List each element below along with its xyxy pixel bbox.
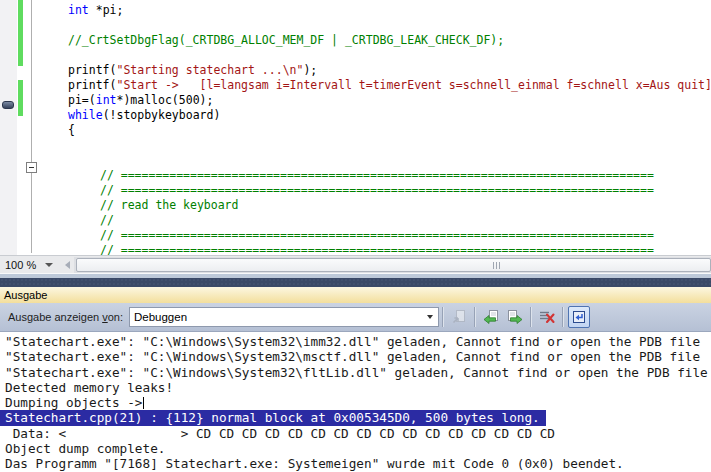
toggle-word-wrap-icon	[571, 309, 587, 325]
code-line[interactable]: {	[0, 123, 711, 138]
code-line[interactable]: pi=(int*)malloc(500);	[0, 93, 711, 108]
output-line[interactable]: Detected memory leaks!	[0, 380, 711, 395]
goto-source-icon	[451, 309, 467, 325]
text-caret	[143, 397, 144, 409]
previous-message-icon	[483, 309, 499, 325]
toolbar-separator	[530, 307, 532, 327]
chevron-down-icon	[45, 263, 53, 267]
horizontal-scrollbar[interactable]	[74, 257, 711, 273]
previous-message-button[interactable]	[480, 306, 502, 328]
output-text-area[interactable]: "Statechart.exe": "C:\Windows\System32\i…	[0, 332, 711, 472]
zoom-level-select[interactable]: 100 %	[0, 259, 61, 271]
vs-ide-window: int *pi;//_CrtSetDbgFlag(_CRTDBG_ALLOC_M…	[0, 0, 711, 472]
code-line[interactable]	[0, 153, 711, 168]
output-line[interactable]: "Statechart.exe": "C:\Windows\System32\m…	[0, 349, 711, 364]
toggle-word-wrap-button[interactable]	[568, 306, 590, 328]
output-line[interactable]: Data: < > CD CD CD CD CD CD CD CD CD CD …	[0, 426, 711, 441]
next-message-icon	[507, 309, 523, 325]
show-output-from-label: Ausgabe anzeigen von:	[8, 311, 123, 323]
code-line[interactable]: //_CrtSetDbgFlag(_CRTDBG_ALLOC_MEM_DF | …	[0, 33, 711, 48]
next-message-button[interactable]	[504, 306, 526, 328]
output-line-highlighted[interactable]: Statechart.cpp(21) : {112} normal block …	[0, 410, 546, 425]
output-source-combobox[interactable]: Debuggen	[129, 307, 439, 327]
output-toolbar: Ausgabe anzeigen von: Debuggen	[0, 303, 711, 332]
code-line[interactable]: int *pi;	[0, 3, 711, 18]
goto-source-button	[448, 306, 470, 328]
code-line[interactable]: printf("Start -> [l=langsam i=Intervall …	[0, 78, 711, 93]
scrollbar-thumb[interactable]	[76, 258, 711, 272]
editor-bottom-bar: 100 %	[0, 255, 711, 273]
code-line[interactable]: // =====================================…	[0, 243, 711, 255]
code-line[interactable]: // =====================================…	[0, 183, 711, 198]
output-line[interactable]: Dumping objects ->	[0, 395, 711, 410]
toolbar-separator	[562, 307, 564, 327]
code-line[interactable]	[0, 18, 711, 33]
code-line[interactable]: while(!stopbykeyboard)	[0, 108, 711, 123]
clear-all-button[interactable]	[536, 306, 558, 328]
chevron-down-icon	[427, 315, 433, 319]
code-line[interactable]: // =====================================…	[0, 168, 711, 183]
combobox-value: Debuggen	[134, 311, 423, 323]
code-line[interactable]: // =====================================…	[0, 228, 711, 243]
code-line[interactable]	[0, 48, 711, 63]
code-line[interactable]: // read the keyboard	[0, 198, 711, 213]
panel-title-label: Ausgabe	[4, 289, 47, 301]
code-line[interactable]: //	[0, 213, 711, 228]
code-text[interactable]: int *pi;//_CrtSetDbgFlag(_CRTDBG_ALLOC_M…	[0, 3, 711, 255]
scroll-left-arrow-icon[interactable]	[65, 261, 70, 269]
output-line[interactable]: "Statechart.exe": "C:\Windows\System32\f…	[0, 365, 711, 380]
output-line[interactable]: Das Programm "[7168] Statechart.exe: Sys…	[0, 456, 711, 471]
combobox-dropdown-button[interactable]	[423, 308, 438, 326]
toolbar-separator	[442, 307, 444, 327]
code-line[interactable]	[0, 138, 711, 153]
scrollbar-grip-icon	[493, 262, 502, 269]
zoom-level-value: 100 %	[5, 259, 36, 271]
toolbar-separator	[474, 307, 476, 327]
code-editor[interactable]: int *pi;//_CrtSetDbgFlag(_CRTDBG_ALLOC_M…	[0, 0, 711, 255]
panel-splitter[interactable]	[0, 278, 711, 287]
output-line[interactable]: "Statechart.exe": "C:\Windows\System32\i…	[0, 334, 711, 349]
output-line[interactable]: Object dump complete.	[0, 441, 711, 456]
clear-all-icon	[539, 309, 555, 325]
code-line[interactable]: printf("Starting statechart ...\n");	[0, 63, 711, 78]
output-panel-title[interactable]: Ausgabe	[0, 287, 711, 303]
